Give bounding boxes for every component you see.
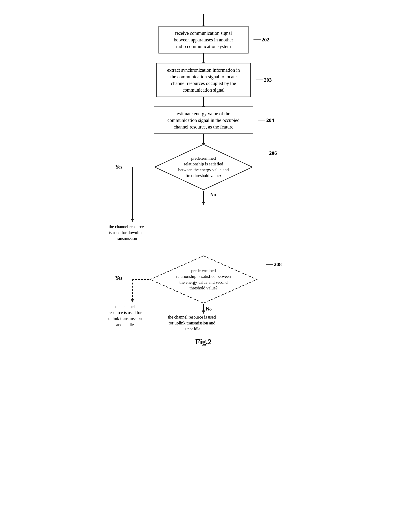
box-202-text: receive communication signal between app… bbox=[174, 30, 233, 49]
branch-208: predetermined relationship is satisfied … bbox=[102, 205, 305, 319]
branch-208-svg bbox=[102, 205, 305, 319]
svg-marker-9 bbox=[131, 299, 134, 303]
box-203: extract synchronization information in t… bbox=[156, 63, 251, 97]
outcome-no-208: the channel resource is used for uplink … bbox=[168, 314, 216, 332]
svg-marker-11 bbox=[202, 311, 205, 314]
box-204-text: estimate energy value of the communicati… bbox=[167, 111, 240, 129]
ref-204: 204 bbox=[258, 117, 274, 124]
box-202: receive communication signal between app… bbox=[158, 26, 249, 53]
arrow-top bbox=[203, 14, 204, 26]
svg-marker-5 bbox=[202, 202, 205, 205]
ref-203: 203 bbox=[256, 76, 272, 84]
figure-caption: Fig.2 bbox=[196, 337, 211, 346]
arrow-202-203 bbox=[203, 53, 204, 63]
ref-202: 202 bbox=[253, 36, 269, 44]
arrow-204-206 bbox=[203, 134, 204, 144]
box-204: estimate energy value of the communicati… bbox=[154, 106, 253, 134]
outcome-yes-208: the channel resource is used for uplink … bbox=[108, 304, 142, 328]
flowchart: receive communication signal between app… bbox=[97, 14, 310, 346]
box-203-text: extract synchronization information in t… bbox=[167, 68, 240, 92]
arrow-203-204 bbox=[203, 97, 204, 106]
